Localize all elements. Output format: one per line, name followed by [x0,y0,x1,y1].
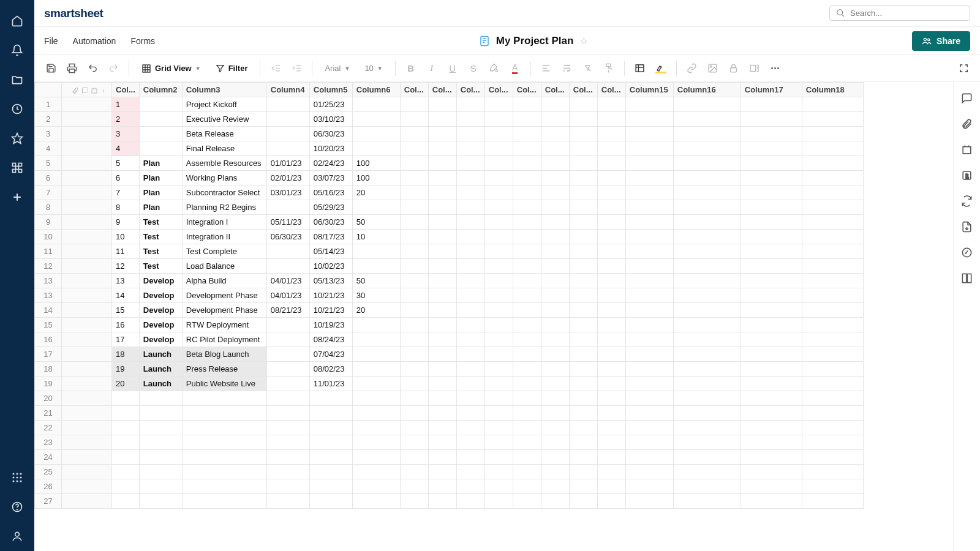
cell[interactable] [456,288,484,303]
cell[interactable] [541,318,569,332]
cell[interactable] [400,406,428,421]
cell[interactable] [541,274,569,288]
cell[interactable] [625,347,673,362]
row-number[interactable]: 6 [35,171,62,186]
cell[interactable] [741,362,802,377]
cell[interactable] [428,450,456,465]
cell[interactable] [513,406,541,421]
cell[interactable] [112,450,140,465]
cell[interactable] [513,97,541,112]
cell[interactable]: 05/11/23 [266,215,309,230]
cell[interactable] [597,186,625,200]
cell[interactable]: 6 [112,171,140,186]
cell[interactable] [513,274,541,288]
cell[interactable] [513,186,541,200]
cell[interactable] [513,435,541,450]
fullscreen-icon[interactable] [954,59,973,78]
cell[interactable]: Develop [139,288,182,303]
cell[interactable] [625,288,673,303]
cell[interactable] [266,391,309,406]
cell[interactable] [673,494,741,509]
row-icons[interactable] [62,244,112,259]
cell[interactable] [400,259,428,274]
cell[interactable] [569,362,597,377]
cell[interactable] [673,450,741,465]
table-row[interactable]: 77PlanSubcontractor Select03/01/2305/16/… [35,186,864,200]
row-icons[interactable] [62,274,112,288]
cell[interactable] [352,200,400,215]
cell[interactable] [400,141,428,156]
cell[interactable] [673,215,741,230]
cell[interactable] [597,494,625,509]
column-header[interactable]: Column4 [266,83,309,97]
cell[interactable]: Working Plans [182,171,266,186]
cell[interactable]: 04/01/23 [266,274,309,288]
cell[interactable] [400,97,428,112]
cell[interactable] [541,244,569,259]
cell[interactable] [802,215,863,230]
cell[interactable] [569,465,597,479]
column-header[interactable]: Column18 [802,83,863,97]
cell[interactable]: Test Complete [182,244,266,259]
cell[interactable] [673,230,741,244]
cell[interactable] [352,97,400,112]
cell[interactable] [673,141,741,156]
row-number[interactable]: 22 [35,421,62,435]
cell[interactable] [569,435,597,450]
cell[interactable]: 18 [112,347,140,362]
cell[interactable] [456,318,484,332]
cell[interactable] [513,318,541,332]
view-switcher[interactable]: Grid View ▼ [135,61,207,76]
cell[interactable] [513,347,541,362]
cell[interactable]: 05/29/23 [309,200,352,215]
help-icon[interactable] [5,495,29,519]
cell[interactable]: 05/14/23 [309,244,352,259]
summary-icon[interactable] [959,269,976,287]
cell[interactable] [456,244,484,259]
cell[interactable] [400,494,428,509]
table-row[interactable]: 1617DevelopRC Pilot Deployment08/24/23 [35,332,864,347]
cell[interactable]: Integration II [182,230,266,244]
cell[interactable] [802,406,863,421]
cell[interactable] [597,141,625,156]
notifications-icon[interactable] [5,38,29,62]
cell[interactable] [309,494,352,509]
table-row[interactable]: 22 [35,421,864,435]
more-icon[interactable] [766,59,785,78]
text-color-icon[interactable]: A [506,59,524,78]
cell[interactable] [428,465,456,479]
cell[interactable] [597,362,625,377]
cell[interactable] [352,332,400,347]
cell[interactable]: Assemble Resources [182,156,266,171]
cell[interactable] [513,127,541,141]
cell[interactable] [139,127,182,141]
cell[interactable] [673,112,741,127]
cell[interactable] [400,244,428,259]
table-row[interactable]: 1313DevelopAlpha Build04/01/2305/13/2350 [35,274,864,288]
cell[interactable] [182,465,266,479]
cell[interactable] [569,406,597,421]
cell[interactable]: 01/25/23 [309,97,352,112]
cell[interactable] [541,421,569,435]
cell[interactable] [182,435,266,450]
cell[interactable] [802,274,863,288]
cell[interactable] [673,435,741,450]
cell[interactable] [673,97,741,112]
cell[interactable] [309,406,352,421]
account-icon[interactable] [5,524,29,549]
cell[interactable]: Beta Release [182,127,266,141]
row-icons[interactable] [62,215,112,230]
cell[interactable] [541,171,569,186]
strikethrough-icon[interactable]: S [464,59,483,78]
home-icon[interactable] [5,9,29,33]
cell[interactable] [597,479,625,494]
cell[interactable] [513,171,541,186]
cell[interactable] [741,186,802,200]
cell[interactable] [428,303,456,318]
underline-icon[interactable]: U [443,59,462,78]
cell[interactable] [456,274,484,288]
search-input[interactable] [850,9,960,18]
cell[interactable] [569,274,597,288]
cell[interactable] [741,230,802,244]
cell[interactable] [625,186,673,200]
